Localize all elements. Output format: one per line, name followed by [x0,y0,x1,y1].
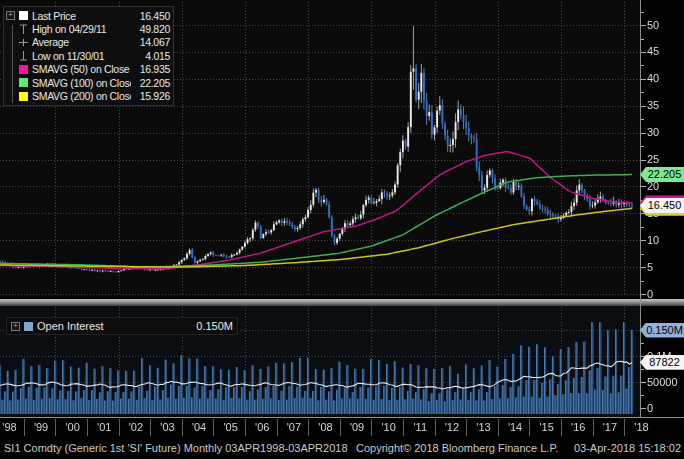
year-axis-label: '13 [476,421,490,433]
average-marker-icon [18,37,29,48]
price-axis-tick-label: 25 [647,154,659,165]
year-axis-label: '04 [192,421,206,433]
year-axis-label: '06 [255,421,269,433]
status-bar: SI1 Comdty (Generic 1st 'SI' Future) Mon… [0,440,684,459]
year-axis-label: '12 [445,421,459,433]
legend-tree-cell: + [6,11,15,20]
legend-item-label: SMAVG (100) on Close [32,77,131,89]
open-interest-current-pill: 0.150M [640,323,684,338]
legend-item[interactable]: Average14.067 [6,36,170,49]
low-marker-icon [18,50,29,61]
year-axis-label: '10 [382,421,396,433]
legend-item-value: 22.205 [134,77,170,89]
price-axis-tick-label: 45 [647,46,659,57]
year-axis-label: '17 [603,421,617,433]
year-axis-label: '02 [129,421,143,433]
legend-item-value: 4.015 [134,50,170,62]
legend-item-label: Average [32,36,131,48]
legend-item-value: 15.926 [134,90,170,102]
legend-item-value: 14.067 [134,36,170,48]
year-axis-label: '01 [97,421,111,433]
price-axis-tick-label: 30 [647,127,659,138]
legend-item-label: High on 04/29/11 [32,23,131,35]
high-marker-icon [18,24,29,35]
security-description: SI1 Comdty (Generic 1st 'SI' Future) Mon… [4,440,348,457]
legend-item[interactable]: SMAVG (200) on Close15.926 [6,89,170,102]
legend-item[interactable]: +Last Price16.450 [6,9,170,22]
year-axis-label: '99 [34,421,48,433]
legend-item-value: 16.935 [134,63,170,75]
open-interest-label: Open Interest [37,320,192,332]
year-axis-label: '14 [508,421,522,433]
series-swatch-icon [18,92,29,101]
year-axis-label: '11 [414,421,428,433]
open-interest-value: 0.150M [196,320,233,332]
legend-item-label: Low on 11/30/01 [32,50,131,62]
series-swatch-icon [18,78,29,87]
expand-icon[interactable]: + [11,322,20,331]
legend-item[interactable]: SMAVG (100) on Close22.205 [6,76,170,89]
color-swatch [19,92,28,101]
legend-item[interactable]: High on 04/29/1149.820 [6,22,170,35]
timestamp: 03-Apr-2018 15:18:02 [574,440,681,457]
legend-item[interactable]: SMAVG (50) on Close16.935 [6,63,170,76]
year-axis-label: '16 [571,421,585,433]
year-axis-label: '15 [540,421,554,433]
color-swatch [19,65,28,74]
expand-square-icon [18,11,29,20]
color-swatch [19,11,28,20]
year-axis-label: '98 [2,421,16,433]
copyright-text: Copyright© 2018 Bloomberg Finance L.P. [356,440,558,457]
open-interest-tick-label: 50000 [647,377,678,388]
year-axis-label: '09 [350,421,364,433]
open-interest-tick-label: 0 [647,403,653,414]
legend-item[interactable]: Low on 11/30/014.015 [6,49,170,62]
open-interest-line-pill: 87822 [640,355,684,370]
price-axis-tick-label: 20 [647,181,659,192]
color-swatch [19,78,28,87]
legend-item-value: 49.820 [134,23,170,35]
year-axis-label: '07 [287,421,301,433]
expand-icon[interactable]: + [6,11,15,20]
year-axis-label: '18 [634,421,648,433]
open-interest-legend-panel: + Open Interest 0.150M [6,317,238,335]
smavg100-value-pill: 22.205 [640,167,684,182]
legend-item-label: SMAVG (200) on Close [32,90,131,102]
legend-item-value: 16.450 [134,10,170,22]
last-price-pill: 16.450 [640,198,684,213]
price-axis-tick-label: 10 [647,235,659,246]
series-swatch-icon [18,65,29,74]
price-axis-tick-label: 40 [647,73,659,84]
bloomberg-terminal-chart: +Last Price16.450High on 04/29/1149.820A… [0,0,684,459]
legend-item-label: SMAVG (50) on Close [32,63,131,75]
price-axis-tick-label: 50 [647,20,659,31]
price-axis-tick-label: 0 [647,289,653,300]
year-axis-label: '08 [318,421,332,433]
price-axis-tick-label: 35 [647,100,659,111]
year-axis-label: '05 [224,421,238,433]
legend-item-label: Last Price [32,10,131,22]
price-legend-panel: +Last Price16.450High on 04/29/1149.820A… [3,6,174,106]
year-axis-label: '03 [160,421,174,433]
price-axis-tick-label: 5 [647,262,653,273]
year-axis-label: '00 [66,421,80,433]
open-interest-swatch-icon [24,322,33,331]
